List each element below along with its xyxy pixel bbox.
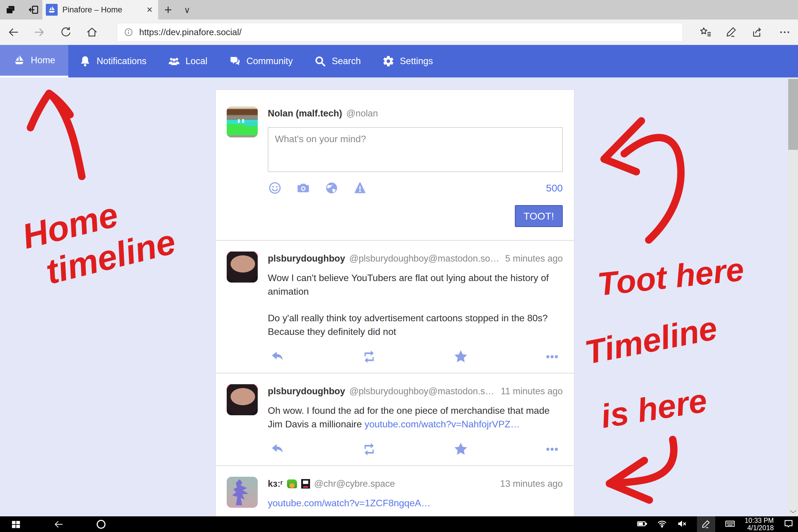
content-warning-icon[interactable] bbox=[353, 181, 367, 195]
nav-item-home[interactable]: Home bbox=[0, 45, 68, 77]
tab-title: Pinafore – Home bbox=[62, 5, 141, 15]
more-icon[interactable] bbox=[545, 349, 560, 364]
windows-ink-icon[interactable] bbox=[697, 516, 715, 532]
camera-icon[interactable] bbox=[296, 181, 310, 195]
emoji-icon[interactable] bbox=[268, 181, 282, 195]
windows-taskbar: 10:33 PM 4/1/2018 bbox=[0, 516, 798, 532]
more-options-icon[interactable] bbox=[779, 26, 791, 38]
nav-item-settings[interactable]: Settings bbox=[372, 45, 444, 77]
home-timeline-page: Nolan (malf.tech) @nolan 500 TOOT! bbox=[0, 77, 798, 516]
nav-label: Settings bbox=[400, 56, 433, 66]
more-icon[interactable] bbox=[545, 441, 560, 457]
timeline-card: Nolan (malf.tech) @nolan 500 TOOT! bbox=[215, 90, 574, 516]
page-scrollbar[interactable] bbox=[788, 77, 798, 516]
taskbar-back-icon[interactable] bbox=[53, 519, 64, 530]
pinafore-favicon bbox=[46, 4, 58, 16]
clock-time: 10:33 PM bbox=[745, 517, 774, 524]
url-text: https://dev.pinafore.social/ bbox=[139, 27, 242, 37]
toot-text: Oh wow. I found the ad for the one piece… bbox=[268, 404, 563, 431]
new-tab-button[interactable]: + bbox=[164, 2, 172, 17]
toot-button[interactable]: TOOT! bbox=[515, 205, 563, 227]
forward-icon bbox=[33, 26, 45, 38]
nav-item-community[interactable]: Community bbox=[218, 45, 304, 77]
boost-icon[interactable] bbox=[361, 349, 377, 364]
toot-item: plsburydoughboy @plsburydoughboy@mastodo… bbox=[216, 240, 574, 373]
url-bar[interactable]: https://dev.pinafore.social/ bbox=[117, 23, 683, 41]
nav-label: Local bbox=[186, 56, 208, 66]
nav-label: Search bbox=[331, 56, 361, 66]
display-name[interactable]: plsburydoughboy bbox=[268, 386, 345, 397]
start-button-icon[interactable] bbox=[11, 519, 21, 530]
favorite-star-icon[interactable] bbox=[453, 441, 469, 457]
home-icon[interactable] bbox=[86, 26, 98, 38]
battery-icon[interactable] bbox=[636, 518, 647, 530]
toot-text: Wow I can't believe YouTubers are flat o… bbox=[268, 271, 563, 298]
gear-icon bbox=[382, 55, 395, 68]
handle: @nolan bbox=[346, 108, 378, 119]
nav-label: Home bbox=[31, 55, 55, 65]
avatar[interactable] bbox=[227, 251, 258, 283]
compose-input[interactable] bbox=[268, 127, 563, 172]
toot-link[interactable]: youtube.com/watch?v=1ZCF8ngqeA… bbox=[268, 498, 431, 508]
nav-label: Community bbox=[247, 56, 293, 66]
screen: Pinafore – Home ✕ + ∨ https://dev.pinafo… bbox=[0, 0, 798, 532]
reply-icon[interactable] bbox=[270, 441, 285, 457]
nav-item-notifications[interactable]: Notifications bbox=[68, 45, 157, 77]
avatar[interactable] bbox=[227, 477, 258, 508]
volume-muted-icon[interactable] bbox=[677, 518, 687, 530]
browser-tab-strip: Pinafore – Home ✕ + ∨ bbox=[0, 0, 798, 19]
scrollbar-down-icon[interactable] bbox=[790, 509, 797, 514]
nav-item-local[interactable]: Local bbox=[157, 45, 218, 77]
nav-label: Notifications bbox=[97, 56, 147, 66]
tab-preview-icon[interactable] bbox=[4, 3, 17, 16]
toot-item: kɜːʳ @chr@cybre.space 13 minutes ago you… bbox=[216, 465, 574, 516]
pinafore-nav: Home Notifications Local Community Searc… bbox=[0, 45, 798, 77]
taskbar-clock[interactable]: 10:33 PM 4/1/2018 bbox=[745, 517, 774, 532]
search-icon bbox=[314, 55, 326, 68]
compose-box: Nolan (malf.tech) @nolan 500 TOOT! bbox=[216, 90, 574, 240]
browser-tab[interactable]: Pinafore – Home ✕ bbox=[42, 0, 158, 19]
cortana-icon[interactable] bbox=[96, 519, 107, 530]
display-name[interactable]: plsburydoughboy bbox=[268, 253, 345, 264]
sailboat-icon bbox=[13, 54, 25, 66]
favorites-hub-icon[interactable] bbox=[699, 26, 712, 38]
wifi-icon[interactable] bbox=[657, 518, 667, 530]
timestamp[interactable]: 5 minutes ago bbox=[505, 253, 563, 264]
set-tabs-aside-icon[interactable] bbox=[27, 3, 40, 16]
site-info-icon[interactable] bbox=[124, 27, 133, 37]
refresh-icon[interactable] bbox=[60, 26, 72, 38]
back-icon[interactable] bbox=[7, 26, 19, 38]
avatar[interactable] bbox=[227, 384, 258, 415]
timestamp[interactable]: 11 minutes ago bbox=[501, 386, 563, 397]
scrollbar-thumb[interactable] bbox=[788, 79, 798, 150]
browser-toolbar: https://dev.pinafore.social/ bbox=[0, 19, 798, 45]
clock-date: 4/1/2018 bbox=[745, 524, 774, 532]
dragon-emoji-icon bbox=[287, 479, 297, 488]
nav-item-search[interactable]: Search bbox=[303, 45, 371, 77]
globe-icon[interactable] bbox=[324, 181, 339, 195]
avatar[interactable] bbox=[227, 107, 258, 137]
char-count: 500 bbox=[546, 182, 563, 194]
toot-text: Do y'all really think toy advertisement … bbox=[268, 311, 563, 338]
reply-icon[interactable] bbox=[270, 349, 285, 364]
toot-item: plsburydoughboy @plsburydoughboy@mastodo… bbox=[216, 373, 574, 465]
share-icon[interactable] bbox=[751, 26, 764, 38]
toot-link[interactable]: youtube.com/watch?v=NahfojrVPZ… bbox=[364, 419, 520, 430]
people-icon bbox=[168, 55, 180, 68]
toot-text: youtube.com/watch?v=1ZCF8ngqeA… bbox=[268, 496, 563, 510]
boost-icon[interactable] bbox=[361, 441, 377, 457]
display-name: Nolan (malf.tech) bbox=[268, 108, 342, 119]
handle: @chr@cybre.space bbox=[314, 478, 395, 489]
tab-dropdown-icon[interactable]: ∨ bbox=[184, 5, 190, 15]
close-tab-icon[interactable]: ✕ bbox=[146, 5, 153, 15]
favorite-star-icon[interactable] bbox=[453, 349, 469, 364]
timestamp[interactable]: 13 minutes ago bbox=[500, 478, 563, 489]
chat-bubbles-icon bbox=[229, 55, 241, 68]
touch-keyboard-icon[interactable] bbox=[725, 518, 735, 530]
handle: @plsburydoughboy@mastodon.so… bbox=[349, 253, 499, 264]
handle: @plsburydoughboy@mastodon.s… bbox=[349, 386, 494, 397]
web-notes-pen-icon[interactable] bbox=[725, 26, 738, 38]
display-name[interactable]: kɜːʳ bbox=[268, 478, 283, 489]
floppy-disk-emoji-icon bbox=[301, 479, 310, 489]
action-center-icon[interactable] bbox=[783, 518, 794, 530]
